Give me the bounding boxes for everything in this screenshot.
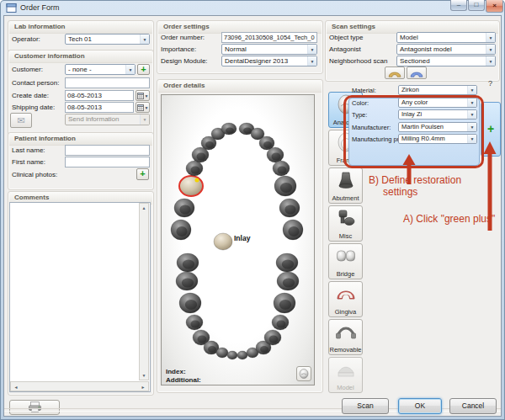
- tooth[interactable]: [216, 348, 228, 358]
- operator-select[interactable]: Tech 01▼: [65, 34, 150, 45]
- shipping-date-picker-button[interactable]: ▼: [136, 102, 150, 113]
- first-name-input[interactable]: [65, 157, 150, 167]
- contact-person-input[interactable]: [65, 77, 150, 88]
- create-date-input[interactable]: [65, 90, 134, 101]
- tooth[interactable]: [283, 220, 303, 240]
- tool-misc-button[interactable]: Misc: [328, 205, 363, 242]
- clinical-photos-label: Clinical photos:: [12, 171, 57, 178]
- minimize-icon: –: [457, 1, 460, 8]
- material-label: Material:: [352, 87, 376, 94]
- tooth[interactable]: [237, 351, 247, 359]
- tooth[interactable]: [276, 253, 298, 272]
- tooth[interactable]: [279, 199, 300, 217]
- cancel-button[interactable]: Cancel: [449, 398, 497, 414]
- object-type-label: Object type: [329, 34, 363, 41]
- send-information-button[interactable]: ✉: [10, 113, 32, 128]
- chevron-down-icon: ▼: [486, 56, 495, 66]
- tooth[interactable]: [227, 351, 237, 359]
- tool-abutment-button[interactable]: Abutment: [328, 167, 363, 204]
- tooth-chart-canvas[interactable]: Inlay Index: Additional:: [161, 94, 315, 385]
- design-module-label: Design Module:: [161, 57, 208, 65]
- contact-person-label: Contact person:: [12, 79, 59, 87]
- antagonist-label: Antagonist: [329, 45, 361, 53]
- first-name-label: First name:: [12, 158, 45, 166]
- help-link[interactable]: ?: [488, 79, 492, 88]
- calendar-icon: [137, 93, 144, 99]
- tooth-icon: [299, 369, 309, 379]
- index-label: Index:: [166, 368, 186, 375]
- neighborhood-scan-select[interactable]: Sectioned▼: [396, 56, 496, 66]
- maximize-button[interactable]: □: [468, 0, 485, 11]
- importance-select[interactable]: Normal▼: [221, 44, 317, 55]
- chevron-down-icon: ▼: [140, 35, 149, 44]
- scroll-down-icon: ▼: [140, 373, 148, 378]
- add-clinical-photo-button[interactable]: +: [136, 168, 149, 180]
- comments-horizontal-scrollbar[interactable]: ◄ ►: [10, 381, 149, 391]
- importance-label: Importance:: [161, 45, 196, 53]
- minimize-button[interactable]: –: [450, 0, 467, 11]
- dialog-client-area: Lab information Operator: Tech 01▼ Custo…: [3, 15, 502, 417]
- tooth[interactable]: [177, 253, 199, 272]
- tool-bridge-button[interactable]: Bridge: [328, 243, 363, 279]
- tooth-selected[interactable]: [179, 176, 203, 196]
- tooth[interactable]: [273, 161, 290, 176]
- design-module-select[interactable]: DentalDesigner 2013▼: [221, 56, 317, 66]
- tooth[interactable]: [186, 315, 203, 330]
- last-name-input[interactable]: [65, 145, 150, 156]
- tooth[interactable]: [221, 123, 237, 135]
- shipping-date-input[interactable]: [65, 102, 134, 113]
- upper-jaw-icon: [387, 69, 402, 77]
- tooth[interactable]: [171, 220, 191, 240]
- gingiva-icon: [335, 284, 357, 306]
- tooth[interactable]: [277, 272, 299, 290]
- tooth[interactable]: [179, 293, 201, 313]
- material-select[interactable]: Zirkon▼: [398, 85, 477, 95]
- tooth[interactable]: [272, 315, 289, 330]
- misc-icon: [336, 208, 356, 230]
- antagonist-select[interactable]: Antagonist model▼: [396, 44, 496, 55]
- model-icon: [335, 359, 357, 381]
- additional-label: Additional:: [166, 376, 201, 384]
- chevron-down-icon: ▼: [145, 105, 149, 110]
- print-button[interactable]: [9, 400, 60, 415]
- tool-removable-button[interactable]: Removable: [328, 319, 363, 355]
- patient-information-header: Patient information: [9, 134, 152, 146]
- tooth[interactable]: [274, 176, 296, 196]
- chevron-down-icon: ▼: [145, 93, 149, 98]
- order-number-input[interactable]: [221, 32, 317, 43]
- annotation-step-b-line1: B) Define restoration: [369, 174, 461, 186]
- plus-icon: +: [141, 64, 146, 74]
- tooth[interactable]: [186, 161, 203, 176]
- calendar-icon: [137, 104, 144, 111]
- add-customer-button[interactable]: +: [137, 64, 150, 75]
- green-plus-icon: +: [487, 122, 494, 136]
- object-type-select[interactable]: Model▼: [396, 32, 496, 43]
- inlay-tooth[interactable]: [214, 233, 232, 250]
- comments-textarea[interactable]: [9, 202, 151, 392]
- create-date-picker-button[interactable]: ▼: [136, 90, 150, 101]
- scan-button[interactable]: Scan: [342, 398, 389, 414]
- close-button[interactable]: ×: [486, 0, 503, 13]
- tooth-view-button[interactable]: [296, 366, 311, 381]
- tooth[interactable]: [267, 147, 284, 162]
- tooth[interactable]: [176, 272, 198, 290]
- scroll-left-icon: ◄: [13, 385, 19, 390]
- window-icon: [6, 3, 17, 13]
- annotation-arrow-up-long: [481, 141, 499, 231]
- tool-gingiva-button[interactable]: Gingiva: [328, 281, 363, 317]
- ok-button[interactable]: OK: [398, 398, 442, 414]
- comments-vertical-scrollbar[interactable]: ▲ ▼: [139, 203, 149, 380]
- chevron-down-icon: ▼: [307, 56, 316, 66]
- upper-jaw-button[interactable]: [385, 66, 405, 79]
- chevron-down-icon: ▼: [140, 114, 149, 125]
- lower-jaw-button[interactable]: [407, 66, 427, 79]
- chevron-down-icon: ▼: [467, 86, 476, 94]
- bridge-icon: [335, 246, 357, 268]
- tooth[interactable]: [174, 199, 194, 217]
- envelope-icon: ✉: [17, 115, 24, 126]
- tooth[interactable]: [274, 293, 295, 313]
- close-icon: ×: [492, 2, 497, 9]
- operator-label: Operator:: [12, 35, 40, 43]
- customer-select[interactable]: - none -▼: [65, 64, 136, 75]
- tooth[interactable]: [264, 330, 281, 345]
